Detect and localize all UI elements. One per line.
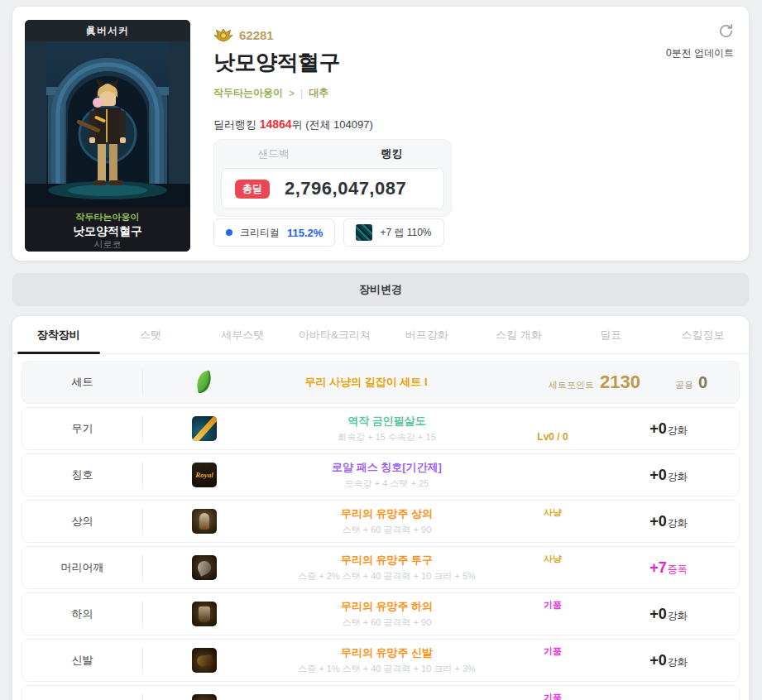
tab-skill-bloom[interactable]: 스킬 개화	[472, 316, 564, 353]
set-point: 세트포인트 2130	[466, 372, 644, 393]
character-card-footer: 작두타는아웅이 낫모양적혈구 시로코	[25, 207, 190, 252]
tab-sandbag[interactable]: 샌드백	[214, 140, 333, 168]
dealer-ranking-line: 딜러랭킹 14864위 (전체 104097)	[213, 117, 373, 132]
enhance-value: +7증폭	[598, 559, 739, 577]
character-portrait-card: 眞버서커	[25, 20, 190, 252]
fame-laurel-badge-icon	[213, 28, 233, 42]
item-name: 역작 금인필살도	[266, 414, 507, 429]
tab-buff-enhance[interactable]: 버프강화	[381, 316, 472, 353]
damage-tabs: 샌드백 랭킹	[214, 140, 451, 168]
slot-label: 칭호	[22, 467, 142, 482]
item-name: 무리의 유망주 상의	[266, 506, 507, 521]
quick-stats: 크리티컬 115.2% +7 렙 110%	[213, 218, 444, 247]
breadcrumb-divider: |	[300, 88, 303, 99]
common-value: 0	[698, 373, 707, 392]
page-title: 낫모양적혈구	[213, 48, 340, 77]
slot-label: 하의	[22, 607, 142, 621]
shoes-item-icon	[192, 648, 217, 673]
critical-label: 크리티컬	[240, 226, 280, 240]
equipment-row-shoulder[interactable]: 머리어깨 무리의 유망주 투구 스증 + 2% 스탯 + 40 공격력 + 10…	[22, 546, 740, 589]
tab-skill-info[interactable]: 스킬정보	[657, 316, 749, 353]
equipment-row-weapon[interactable]: 무기 역작 금인필살도 회속강 + 15 수속강 + 15 Lv0 / 0 +0…	[22, 407, 740, 450]
buff-swap-icon	[356, 224, 372, 241]
buff-box: +7 렙 110%	[343, 218, 443, 247]
refresh-button[interactable]	[718, 23, 734, 42]
total-damage-badge: 총딜	[235, 180, 270, 199]
top-armor-item-icon	[192, 509, 217, 534]
critical-value: 115.2%	[287, 227, 323, 239]
character-illustration	[25, 41, 190, 207]
item-substats: 스증 + 1% 스탯 + 40 공격력 + 10 크리 + 3%	[266, 663, 507, 675]
weapon-item-icon	[192, 416, 217, 441]
leaf-set-icon	[194, 370, 215, 395]
belt-item-icon	[192, 694, 217, 700]
common-point: 공용 0	[644, 373, 739, 392]
critical-box: 크리티컬 115.2%	[213, 218, 335, 247]
total-damage-box: 총딜 2,796,047,087	[221, 168, 444, 209]
equipment-row-top[interactable]: 상의 무리의 유망주 상의 스탯 + 60 공격력 + 90 사냥 +0강화	[22, 500, 740, 543]
profile-card: 眞버서커	[12, 7, 749, 261]
item-name: 무리의 유망주 하의	[266, 599, 507, 614]
character-name: 낫모양적혈구	[25, 223, 190, 238]
item-name: 무리의 유망주 투구	[266, 553, 507, 568]
tab-avatar-creature[interactable]: 아바타&크리쳐	[289, 316, 381, 353]
ranking-value: 14864	[260, 117, 292, 131]
breadcrumb-group-link[interactable]: 대추	[309, 86, 328, 100]
tab-detail-stats[interactable]: 세부스탯	[197, 316, 289, 353]
equipment-row-shoes[interactable]: 신발 무리의 유망주 신발 스증 + 1% 스탯 + 40 공격력 + 10 크…	[22, 639, 740, 682]
equipment-row-bottom[interactable]: 하의 무리의 유망주 하의 스탯 + 60 공격력 + 90 기품 +0강화	[22, 592, 740, 635]
item-tag: 기품	[544, 599, 562, 611]
dungeon-arch-scene-icon	[25, 41, 190, 207]
item-substats: 스증 + 2% 스탯 + 40 공격력 + 10 크리 + 5%	[266, 570, 507, 583]
enhance-value: +0강화	[598, 420, 739, 438]
class-badge: 眞버서커	[25, 20, 190, 41]
equipment-row-belt[interactable]: 무리의 유망주 벨트 기품	[22, 685, 740, 700]
item-substats: 모속강 + 4 스탯 + 25	[266, 477, 507, 490]
tab-ranking[interactable]: 랭킹	[333, 140, 451, 168]
item-substats: 회속강 + 15 수속강 + 15	[266, 431, 507, 443]
enhance-value: +0강화	[598, 467, 739, 484]
set-point-label: 세트포인트	[549, 379, 594, 391]
fame-row: 62281	[213, 28, 274, 42]
helmet-item-icon	[192, 555, 217, 580]
enhance-value: +0강화	[598, 652, 739, 669]
common-label: 공용	[675, 379, 693, 391]
refresh-icon	[718, 23, 734, 39]
pants-item-icon	[192, 602, 217, 626]
slot-label: 신발	[22, 653, 142, 668]
fame-value: 62281	[239, 28, 274, 42]
adventure-name: 작두타는아웅이	[25, 210, 190, 223]
server-name: 시로코	[25, 238, 190, 251]
tab-equipped-gear[interactable]: 장착장비	[12, 316, 104, 353]
breadcrumb: 작두타는아웅이 > | 대추	[213, 86, 328, 100]
item-substats: 스탯 + 60 공격력 + 90	[266, 616, 507, 629]
item-tag: 사냥	[544, 506, 562, 519]
detail-card: 장착장비 스탯 세부스탯 아바타&크리쳐 버프강화 스킬 개화 딜표 스킬정보 …	[12, 316, 749, 700]
crit-dot-icon	[226, 229, 232, 236]
breadcrumb-adventure-link[interactable]: 작두타는아웅이	[213, 86, 283, 100]
tab-stats[interactable]: 스탯	[104, 316, 196, 353]
item-name: 로얄 패스 칭호[기간제]	[266, 460, 507, 475]
ranking-suffix: 위 (전체 104097)	[292, 118, 373, 131]
slot-label: 세트	[22, 375, 142, 390]
item-tag: 기품	[544, 692, 562, 700]
tab-damage-table[interactable]: 딜표	[565, 316, 657, 353]
breadcrumb-arrow: >	[289, 88, 295, 99]
last-update-text: 0분전 업데이트	[666, 46, 734, 60]
damage-panel: 샌드백 랭킹 총딜 2,796,047,087	[213, 139, 452, 217]
slot-label: 머리어깨	[22, 560, 142, 575]
equipment-list: 세트 무리 사냥의 길잡이 세트 I 세트포인트 2130 공용 0 무기 역작…	[12, 354, 749, 700]
enhance-value: +0강화	[598, 606, 739, 623]
equipment-row-set[interactable]: 세트 무리 사냥의 길잡이 세트 I 세트포인트 2130 공용 0	[22, 361, 740, 404]
buff-label: +7 렙 110%	[380, 226, 431, 240]
equip-change-button[interactable]: 장비변경	[12, 273, 749, 306]
enhance-value: +0강화	[598, 513, 739, 530]
weapon-level: Lv0 / 0	[537, 431, 568, 443]
item-substats: 스탯 + 60 공격력 + 90	[266, 524, 507, 536]
item-tag: 사냥	[544, 553, 562, 565]
equipment-row-title[interactable]: 칭호 로얄 패스 칭호[기간제] 모속강 + 4 스탯 + 25 +0강화	[22, 453, 740, 496]
total-damage-value: 2,796,047,087	[285, 178, 406, 199]
detail-tab-bar: 장착장비 스탯 세부스탯 아바타&크리쳐 버프강화 스킬 개화 딜표 스킬정보	[12, 316, 749, 354]
item-tag: 기품	[544, 645, 562, 658]
slot-label: 상의	[22, 514, 142, 529]
